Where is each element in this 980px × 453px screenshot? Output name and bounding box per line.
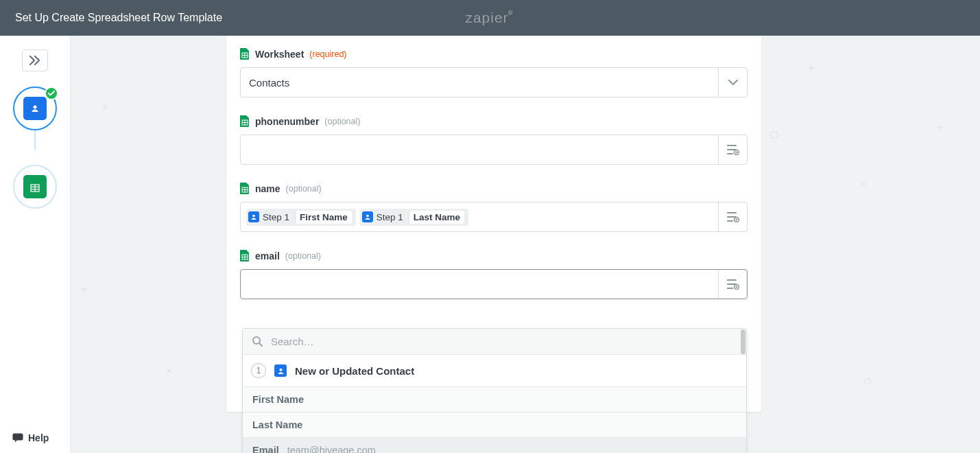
field-name: name (optional) Step 1 First Name Step 1 — [240, 183, 748, 232]
decor-circle: ○ — [863, 372, 872, 390]
chevron-double-right-icon — [29, 56, 40, 65]
decor-plus: + — [808, 61, 815, 76]
step-1-node[interactable] — [13, 86, 57, 130]
svg-point-22 — [252, 215, 255, 218]
chat-icon — [12, 433, 23, 443]
page-title: Set Up Create Spreadsheet Row Template — [15, 12, 222, 24]
insert-field-button[interactable] — [718, 202, 747, 231]
dropdown-item-last-name[interactable]: Last Name — [243, 413, 746, 438]
field-pill[interactable]: Step 1 First Name — [246, 209, 356, 226]
step-number: 1 — [251, 363, 266, 378]
check-badge-icon — [45, 86, 58, 100]
dropdown-trigger-header[interactable]: 1 New or Updated Contact — [243, 355, 746, 387]
search-icon — [252, 336, 263, 347]
help-label: Help — [28, 432, 49, 443]
dropdown-search-input[interactable] — [271, 336, 737, 347]
field-pill[interactable]: Step 1 Last Name — [360, 209, 468, 226]
help-button[interactable]: Help — [12, 432, 49, 443]
google-contacts-icon — [23, 97, 47, 120]
svg-point-41 — [279, 368, 282, 371]
contact-icon — [248, 211, 259, 222]
decor-plus: + — [936, 121, 944, 135]
field-phonenumber: phonenumber (optional) — [240, 115, 748, 165]
svg-point-1 — [34, 106, 37, 109]
insert-field-button[interactable] — [718, 270, 747, 299]
contact-icon — [274, 364, 287, 377]
google-sheets-icon — [23, 175, 47, 198]
field-email: email (optional) — [240, 250, 748, 299]
field-label: name (optional) — [240, 183, 748, 195]
chevron-down-icon[interactable] — [718, 68, 747, 97]
contact-icon — [362, 211, 373, 222]
step-connector — [34, 130, 36, 150]
sheets-small-icon — [240, 115, 250, 128]
name-input[interactable]: Step 1 First Name Step 1 Last Name — [240, 202, 748, 232]
phonenumber-input[interactable] — [240, 135, 748, 165]
step-2-node[interactable] — [13, 165, 57, 209]
zapier-logo: zapier✲ — [465, 10, 514, 26]
email-input[interactable] — [240, 269, 748, 299]
field-worksheet: Worksheet (required) Contacts — [240, 48, 748, 97]
field-dropdown: 1 New or Updated Contact First Name Last… — [242, 328, 747, 453]
worksheet-select[interactable]: Contacts — [240, 67, 748, 97]
scrollbar[interactable] — [741, 329, 745, 354]
field-label: phonenumber (optional) — [240, 115, 748, 128]
decor-circle: ○ — [769, 124, 780, 145]
sheets-small-icon — [240, 250, 250, 262]
decor-x: × — [166, 365, 171, 376]
dropdown-item-email[interactable]: Email team@hiveage.com — [243, 438, 746, 453]
decor-x: × — [861, 178, 866, 189]
sheets-small-icon — [240, 183, 250, 195]
svg-rect-6 — [13, 434, 23, 441]
decor-plus: + — [80, 283, 88, 297]
sidebar: Help — [0, 36, 71, 453]
decor-x: × — [102, 102, 108, 113]
field-label: email (optional) — [240, 250, 748, 262]
svg-point-23 — [366, 215, 369, 218]
sheets-small-icon — [240, 48, 250, 60]
dropdown-item-first-name[interactable]: First Name — [243, 387, 746, 413]
svg-line-40 — [259, 343, 262, 346]
insert-field-button[interactable] — [718, 135, 747, 164]
collapse-sidebar-button[interactable] — [22, 49, 48, 71]
field-label: Worksheet (required) — [240, 48, 748, 60]
topbar: Set Up Create Spreadsheet Row Template z… — [0, 0, 980, 36]
worksheet-value: Contacts — [241, 68, 718, 97]
dropdown-search — [243, 329, 746, 355]
